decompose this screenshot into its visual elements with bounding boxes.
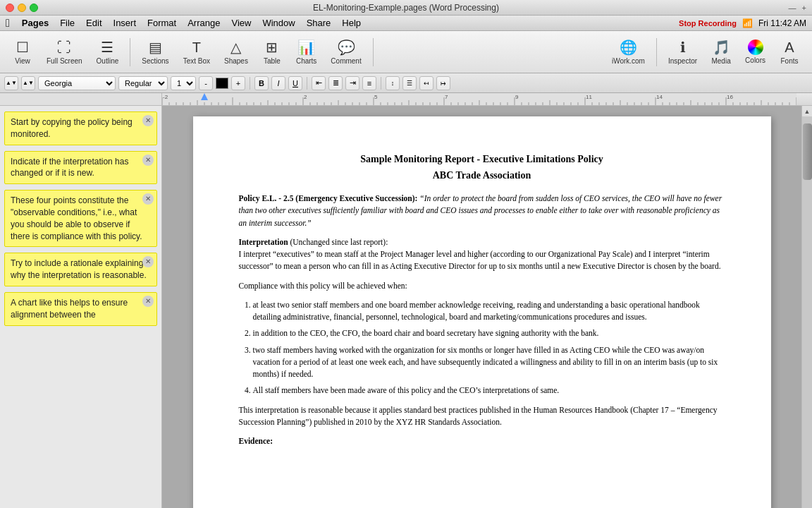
- compliance-item-2: in addition to the CEO, the CFO, the boa…: [253, 327, 725, 339]
- sections-button[interactable]: ▤ Sections: [136, 36, 174, 68]
- bold-button[interactable]: B: [254, 76, 269, 90]
- fb-sep3: [381, 77, 381, 90]
- toolbar-sep-1: [130, 38, 130, 66]
- view-button[interactable]: ☐ View: [7, 36, 38, 68]
- sticky-note-5: ✕ A chart like this helps to ensure alig…: [4, 292, 157, 326]
- titlebar: EL-Monitoring-Example.pages (Word Proces…: [0, 0, 812, 16]
- comment-button[interactable]: 💬 Comment: [325, 36, 367, 68]
- fonts-icon: A: [785, 40, 794, 56]
- content-area: ✕ Start by copying the policy being moni…: [0, 106, 812, 508]
- table-icon: ⊞: [266, 39, 278, 56]
- zoom-button[interactable]: [30, 4, 38, 12]
- format-arrows[interactable]: ▲▼: [21, 76, 35, 90]
- interpretation-parenthetical: (Unchanged since last report):: [290, 238, 388, 246]
- size-down[interactable]: -: [199, 76, 213, 90]
- comment-icon: 💬: [338, 39, 355, 56]
- iwork-button[interactable]: 🌐 iWork.com: [606, 36, 651, 68]
- indent-less[interactable]: ↤: [419, 76, 433, 90]
- toolbar-sep-3: [656, 38, 657, 66]
- charts-icon: 📊: [297, 39, 315, 56]
- view-menu[interactable]: View: [226, 17, 256, 29]
- size-up[interactable]: +: [231, 76, 245, 90]
- interpretation-label: Interpretation: [239, 238, 288, 246]
- scrollbar-thumb[interactable]: [803, 123, 812, 180]
- media-button[interactable]: 🎵 Media: [706, 36, 737, 68]
- titlebar-controls: — +: [789, 4, 806, 12]
- share-menu[interactable]: Share: [302, 17, 336, 29]
- clock: Fri 11:42 AM: [758, 18, 806, 28]
- list-btn[interactable]: ☰: [402, 76, 417, 90]
- align-right[interactable]: ⇥: [345, 76, 359, 90]
- file-menu[interactable]: File: [55, 17, 80, 29]
- arrange-menu[interactable]: Arrange: [183, 17, 225, 29]
- stop-recording-btn[interactable]: Stop Recording: [679, 19, 737, 28]
- expand-icon[interactable]: +: [802, 4, 806, 12]
- traffic-lights: [6, 4, 38, 12]
- scroll-up[interactable]: ▲: [802, 106, 813, 116]
- sections-icon: ▤: [149, 39, 162, 56]
- sidebar: ✕ Start by copying the policy being moni…: [0, 106, 162, 508]
- style-select[interactable]: Regular: [118, 76, 168, 90]
- help-menu[interactable]: Help: [337, 17, 366, 29]
- compliance-item-1: at least two senior staff members and on…: [253, 299, 725, 324]
- collapse-icon[interactable]: —: [789, 4, 796, 12]
- rationale-text: This interpretation is reasonable becaus…: [239, 404, 725, 429]
- fullscreen-button[interactable]: ⛶ Full Screen: [41, 37, 88, 68]
- outline-button[interactable]: ☰ Outline: [91, 36, 125, 68]
- align-justify[interactable]: ≡: [362, 76, 376, 90]
- doc-container[interactable]: Sample Monitoring Report - Executive Lim…: [162, 106, 801, 508]
- textbox-icon: T: [192, 40, 201, 56]
- table-button[interactable]: ⊞ Table: [257, 36, 288, 68]
- scrollbar-track[interactable]: [802, 116, 813, 508]
- underline-button[interactable]: U: [288, 76, 302, 90]
- compliance-item-3: two staff members having worked with the…: [253, 344, 725, 381]
- size-select[interactable]: 11: [171, 76, 196, 90]
- minimize-button[interactable]: [18, 4, 26, 12]
- close-button[interactable]: [6, 4, 14, 12]
- fullscreen-icon: ⛶: [57, 40, 71, 56]
- textbox-button[interactable]: T Text Box: [178, 37, 216, 68]
- view-icon: ☐: [16, 39, 29, 56]
- evidence-label: Evidence:: [239, 435, 725, 447]
- close-note-3[interactable]: ✕: [142, 193, 154, 205]
- text-color-box[interactable]: [216, 78, 228, 89]
- close-note-1[interactable]: ✕: [142, 115, 154, 126]
- align-center[interactable]: ≣: [328, 76, 343, 90]
- policy-label: Policy E.L. - 2.5 (Emergency Executive S…: [239, 194, 418, 202]
- document: Sample Monitoring Report - Executive Lim…: [193, 116, 771, 508]
- iwork-icon: 🌐: [620, 39, 637, 56]
- insert-menu[interactable]: Insert: [109, 17, 142, 29]
- close-note-2[interactable]: ✕: [142, 155, 154, 166]
- style-arrows[interactable]: ▲▼: [4, 76, 18, 90]
- close-note-5[interactable]: ✕: [142, 296, 154, 307]
- format-menu[interactable]: Format: [142, 17, 181, 29]
- apple-menu[interactable]: : [6, 17, 10, 30]
- toolbar-right: 🌐 iWork.com ℹ Inspector 🎵 Media Colors A…: [606, 36, 805, 68]
- charts-button[interactable]: 📊 Charts: [290, 36, 322, 68]
- shapes-button[interactable]: △ Shapes: [219, 36, 254, 68]
- inspector-button[interactable]: ℹ Inspector: [663, 36, 703, 68]
- fb-sep1: [250, 77, 250, 90]
- fonts-button[interactable]: A Fonts: [774, 37, 805, 68]
- right-scrollbar: ▲ ▼: [801, 106, 812, 508]
- edit-menu[interactable]: Edit: [81, 17, 106, 29]
- close-note-4[interactable]: ✕: [142, 256, 154, 267]
- line-spacing[interactable]: ↕: [386, 76, 400, 90]
- align-left[interactable]: ⇤: [312, 76, 326, 90]
- colors-button[interactable]: Colors: [739, 37, 771, 67]
- compliance-item-4: All staff members have been made aware o…: [253, 385, 725, 397]
- formatbar: ▲▼ ▲▼ Georgia Regular 11 - + B I U ⇤ ≣ ⇥…: [0, 73, 812, 93]
- italic-button[interactable]: I: [271, 76, 285, 90]
- font-select[interactable]: Georgia: [38, 76, 116, 90]
- app-menu[interactable]: Pages: [17, 17, 54, 29]
- interpretation-paragraph: Interpretation (Unchanged since last rep…: [239, 236, 725, 273]
- doc-title-2: ABC Trade Association: [239, 168, 725, 183]
- shapes-icon: △: [230, 39, 241, 56]
- media-icon: 🎵: [713, 39, 730, 56]
- fb-sep2: [307, 77, 307, 90]
- window-menu[interactable]: Window: [257, 17, 300, 29]
- doc-title-1: Sample Monitoring Report - Executive Lim…: [239, 152, 725, 167]
- ruler: [162, 93, 812, 105]
- indent-more[interactable]: ↦: [436, 76, 450, 90]
- outline-icon: ☰: [101, 39, 113, 56]
